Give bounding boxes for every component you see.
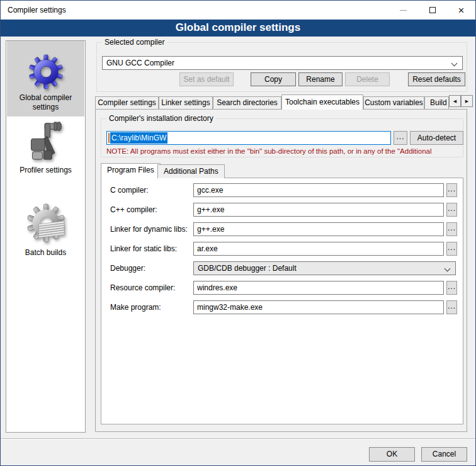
chevron-down-icon [445, 266, 451, 272]
close-button[interactable]: × [447, 1, 475, 20]
sidebar-item-profiler-settings[interactable]: Profiler settings [7, 120, 84, 186]
debugger-row: Debugger: GDB/CDB debugger : Default [101, 261, 463, 275]
selected-compiler-group: Selected compiler GNU GCC Compiler Set a… [96, 42, 467, 92]
browse-cpp-compiler-button[interactable]: ... [446, 203, 457, 217]
make-program-row: Make program: ... [101, 300, 463, 314]
resize-grip[interactable] [473, 463, 473, 463]
window-title: Compiler settings [8, 6, 66, 14]
delete-button[interactable]: Delete [345, 72, 390, 86]
browse-make-program-button[interactable]: ... [446, 300, 457, 314]
tab-scroll-right-button[interactable]: ▶ [461, 95, 473, 107]
c-compiler-row: C compiler: ... [101, 183, 463, 197]
tab-custom-variables[interactable]: Custom variables [363, 96, 424, 109]
field-label: C++ compiler: [110, 203, 157, 217]
browse-directory-button[interactable]: ... [394, 131, 407, 145]
tab-build-options[interactable]: Build options [424, 96, 449, 109]
tab-program-files[interactable]: Program Files [101, 163, 161, 178]
settings-sidebar: Global compiler settings Profiler settin… [6, 40, 86, 433]
footer-separator [1, 438, 475, 440]
sidebar-item-label: Profiler settings [20, 166, 72, 175]
static-linker-row: Linker for static libs: ... [101, 242, 463, 256]
dynamic-linker-row: Linker for dynamic libs: ... [101, 222, 463, 236]
minimize-icon [400, 10, 407, 11]
browse-dynamic-linker-button[interactable]: ... [446, 222, 457, 236]
compiler-settings-dialog: Compiler settings × Global compiler sett… [0, 0, 476, 466]
resource-compiler-input[interactable] [193, 281, 444, 295]
maximize-icon [429, 7, 436, 13]
static-linker-input[interactable] [193, 242, 444, 256]
cpp-compiler-row: C++ compiler: ... [101, 203, 463, 217]
browse-static-linker-button[interactable]: ... [446, 242, 457, 256]
tab-compiler-settings[interactable]: Compiler settings [95, 96, 159, 109]
resource-compiler-row: Resource compiler: ... [101, 281, 463, 295]
maximize-button[interactable] [418, 1, 446, 20]
set-as-default-button[interactable]: Set as default [179, 72, 234, 86]
page-title: Global compiler settings [1, 20, 475, 37]
field-label: Make program: [110, 300, 161, 314]
tab-additional-paths[interactable]: Additional Paths [157, 164, 225, 178]
sidebar-item-batch-builds[interactable]: Batch builds [7, 203, 84, 266]
field-label: Linker for static libs: [110, 242, 177, 256]
blue-gear-icon [28, 54, 64, 89]
dynamic-linker-input[interactable] [193, 222, 444, 236]
left-arrow-icon: ◀ [453, 99, 456, 103]
c-compiler-input[interactable] [193, 183, 444, 197]
sidebar-item-label: Global compiler settings [20, 93, 72, 112]
field-label: Linker for dynamic libs: [110, 222, 188, 236]
compiler-select[interactable]: GNU GCC Compiler [102, 56, 463, 70]
installation-directory-input[interactable]: C:\raylib\MinGW [106, 131, 391, 145]
copy-button[interactable]: Copy [251, 72, 296, 86]
reset-defaults-button[interactable]: Reset defaults [408, 72, 465, 86]
tab-search-directories[interactable]: Search directories [213, 96, 281, 109]
title-bar: Compiler settings × [1, 1, 475, 20]
group-legend: Compiler's installation directory [106, 114, 216, 123]
installation-directory-group: Compiler's installation directory C:\ray… [101, 118, 463, 157]
sidebar-item-label: Batch builds [25, 248, 66, 258]
right-arrow-icon: ▶ [465, 99, 468, 103]
close-icon: × [458, 5, 465, 16]
chevron-down-icon [451, 60, 458, 67]
auto-detect-button[interactable]: Auto-detect [410, 131, 463, 145]
gray-gear-stack-icon [26, 203, 65, 242]
program-files-panel: C compiler: ... C++ compiler: ... Linker… [101, 178, 463, 424]
sidebar-item-global-compiler-settings[interactable]: Global compiler settings [7, 41, 84, 116]
caliper-icon [27, 120, 65, 162]
cancel-button[interactable]: Cancel [421, 447, 467, 462]
browse-resource-compiler-button[interactable]: ... [446, 281, 457, 295]
group-legend: Selected compiler [102, 38, 167, 47]
cpp-compiler-input[interactable] [193, 203, 444, 217]
field-label: Resource compiler: [110, 281, 175, 295]
tab-linker-settings[interactable]: Linker settings [159, 96, 213, 109]
field-label: Debugger: [110, 261, 145, 275]
minimize-button[interactable] [389, 1, 417, 20]
tab-scroll-left-button[interactable]: ◀ [449, 95, 461, 107]
field-label: C compiler: [110, 183, 149, 197]
tab-toolchain-executables[interactable]: Toolchain executables [281, 94, 363, 110]
browse-c-compiler-button[interactable]: ... [446, 183, 457, 197]
debugger-select[interactable]: GDB/CDB debugger : Default [193, 261, 456, 275]
bin-subdirectory-note: NOTE: All programs must exist either in … [106, 147, 459, 155]
make-program-input[interactable] [193, 300, 444, 314]
text-caret [108, 133, 110, 143]
ok-button[interactable]: OK [369, 447, 415, 462]
toolchain-executables-page: Compiler's installation directory C:\ray… [95, 109, 467, 432]
rename-button[interactable]: Rename [298, 72, 343, 86]
